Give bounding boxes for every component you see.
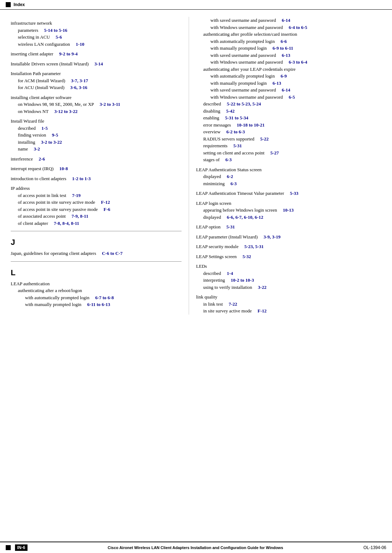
list-item: for ACU (Install Wizard) 3-6, 3-16 (11, 84, 182, 91)
page-ref: 7-22 (229, 301, 237, 307)
page-ref: 5-6 (56, 34, 62, 40)
list-item: authenticating after profile selection/c… (196, 31, 381, 38)
header-title: Index (14, 2, 25, 7)
list-item: LEAP Authentication Status screen (196, 166, 381, 173)
page-ref: 6-3 to 6-4 (289, 59, 307, 65)
list-item: LEAP security module 5-23, 5-31 (196, 243, 381, 250)
page-ref: 6-14 (282, 18, 290, 23)
page-ref: 3-9, 3-19 (263, 234, 281, 240)
page-ref: 3-7, 3-17 (71, 78, 88, 83)
list-item: with manually prompted login 6-9 to 6-11 (196, 45, 381, 52)
list-item: overview 6-2 to 6-3 (196, 128, 381, 135)
list-item: setting on client and access point 5-27 (196, 149, 381, 157)
footer-right-text: OL-1394-06 (363, 545, 386, 550)
page-ref: 6-3 (230, 181, 237, 186)
page-ref: 1-10 (76, 41, 84, 47)
list-item: authenticating after a reboot/logon (11, 287, 182, 294)
list-item: Japan, guidelines for operating client a… (11, 250, 182, 257)
footer-center-text: Cisco Aironet Wireless LAN Client Adapte… (28, 545, 363, 550)
list-item: LEAP parameter (Install Wizard) 3-9, 3-1… (196, 233, 381, 241)
section-letter-l: L (11, 268, 182, 277)
page-ref: 10-8 (59, 166, 68, 171)
page-ref: 6-2 to 6-3 (226, 129, 245, 134)
page-ref: 6-7 to 6-8 (95, 295, 114, 300)
list-item: interpreting 10-2 to 10-3 (196, 277, 381, 284)
list-item: enabling 5-31 to 5-34 (196, 114, 381, 122)
page-ref: 6-4 to 6-5 (289, 25, 307, 30)
divider (11, 231, 182, 231)
page-ref: 6-9 (281, 73, 287, 79)
list-item: of access point in site survey active mo… (11, 199, 182, 206)
list-item: with automatically prompted login 6-6 (196, 38, 381, 45)
list-item: error messages 10-18 to 10-21 (196, 122, 381, 129)
page-header: Index (0, 0, 392, 10)
page-ref: 5-22 (260, 136, 269, 142)
list-item: requirements 5-31 (196, 142, 381, 149)
list-item: stages of 6-3 (196, 156, 381, 163)
list-item: selecting in ACU 5-6 (11, 34, 182, 41)
right-column: with saved username and password 6-14 wi… (189, 17, 381, 315)
section-letter-j: J (11, 238, 182, 247)
page-ref: 2-6 (39, 156, 45, 162)
list-item: wireless LAN configuration 1-10 (11, 41, 182, 48)
page-ref: 5-31 (233, 143, 242, 148)
page-ref: 3-6, 3-16 (70, 85, 88, 90)
page-ref: 5-14 to 5-16 (44, 28, 67, 33)
page-badge: IN-6 (15, 544, 28, 551)
list-item: displayed 6-6, 6-7, 6-10, 6-12 (196, 214, 381, 221)
list-item: described 1-4 (196, 270, 381, 277)
list-item: LEAP Settings screen 5-32 (196, 253, 381, 260)
list-item: interference 2-6 (11, 155, 182, 163)
footer-icon (6, 545, 11, 550)
list-item: with automatically prompted login 6-9 (196, 73, 381, 80)
list-item: displayed 6-2 (196, 173, 381, 180)
page-ref: 6-6 (281, 39, 287, 44)
list-item: with Windows username and password 6-5 (196, 94, 381, 101)
list-item: installing client adapter software (11, 94, 182, 101)
page-ref: 6-9 to 6-11 (273, 45, 293, 51)
list-item: LEAP Authentication Timeout Value parame… (196, 190, 381, 197)
list-item: LEDs (196, 263, 381, 270)
list-item: on Windows 98, 98 SE, 2000, Me, or XP 3-… (11, 101, 182, 108)
list-item: of access point in link test 7-19 (11, 192, 182, 199)
page-ref: 3-2 to 3-11 (100, 102, 120, 107)
page-ref: 6-14 (282, 87, 290, 93)
bookmark-icon (6, 2, 11, 7)
list-item: with automatically prompted login 6-7 to… (11, 294, 182, 301)
page-ref: F-6 (104, 207, 110, 212)
list-item: for ACM (Install Wizard) 3-7, 3-17 (11, 77, 182, 84)
page-ref: 5-33 (290, 191, 298, 196)
list-item: with Windows username and password 6-4 t… (196, 24, 381, 31)
list-item: infrastructure network (11, 20, 182, 27)
page-ref: 6-5 (289, 94, 295, 100)
list-item: with manually prompted login 6-13 (196, 80, 381, 87)
page-ref: 5-27 (270, 150, 279, 155)
list-item: of access point in site survey passive m… (11, 206, 182, 213)
list-item: Install Wizard file (11, 118, 182, 125)
page-ref: F-12 (258, 308, 267, 313)
page-ref: 3-22 (258, 285, 267, 290)
list-item: with Windows username and password 6-3 t… (196, 59, 381, 66)
list-item: Installable Drivers screen (Install Wiza… (11, 60, 182, 68)
page-ref: 6-2 (227, 174, 233, 179)
page-ref: 3-14 (94, 61, 103, 66)
list-item: of associated access point 7-9, 8-11 (11, 213, 182, 220)
list-item: parameters 5-14 to 5-16 (11, 27, 182, 34)
list-item: minimizing 6-3 (196, 180, 381, 187)
page-ref: C-6 to C-7 (102, 251, 123, 256)
page-ref: 6-13 (273, 80, 281, 86)
page-footer: IN-6 Cisco Aironet Wireless LAN Client A… (0, 542, 392, 553)
page-ref: 3-2 to 3-22 (41, 139, 62, 145)
list-item: disabling 5-42 (196, 108, 381, 115)
list-item: installing 3-2 to 3-22 (11, 139, 182, 146)
page-ref: F-12 (101, 199, 110, 205)
page-ref: 10-2 to 10-3 (231, 277, 254, 283)
list-item: inserting client adapter 9-2 to 9-4 (11, 50, 182, 58)
list-item: name 3-2 (11, 145, 182, 153)
main-content: infrastructure network parameters 5-14 t… (0, 10, 392, 336)
page-ref: 3-2 (34, 146, 40, 152)
page-ref: 9-2 to 9-4 (59, 51, 78, 56)
left-column: infrastructure network parameters 5-14 t… (11, 17, 189, 315)
list-item: RADIUS servers supported 5-22 (196, 135, 381, 143)
page-ref: 1-4 (227, 271, 233, 276)
